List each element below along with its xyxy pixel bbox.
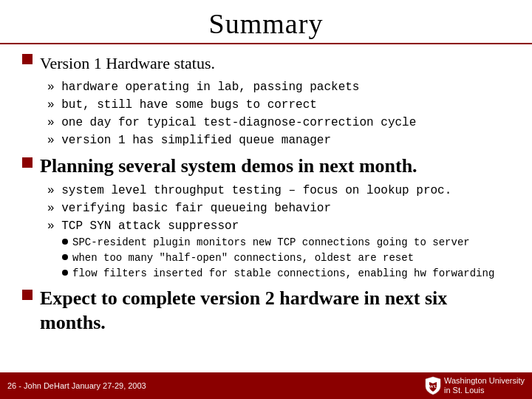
bullet-square-1 [22,54,33,64]
sub-bullet-2-2: verifying basic fair queueing behavior [47,200,510,217]
sub-sub-bullets-2: SPC-resident plugin monitors new TCP con… [62,235,510,282]
sub-bullet-1-3: one day for typical test-diagnose-correc… [47,114,510,132]
bullet-square-3 [22,290,33,300]
footer-left-text: 26 - John DeHart January 27-29, 2003 [7,381,146,390]
dot-icon-3 [62,270,68,276]
section-3: Expect to complete version 2 hardware in… [22,286,510,336]
main-bullet-3: Expect to complete version 2 hardware in… [22,286,510,336]
sub-bullet-1-1: hardware operating in lab, passing packe… [47,78,510,96]
sub-sub-bullet-2-3: flow filters inserted for stable connect… [62,266,510,282]
section-1: Version 1 Hardware status. hardware oper… [22,50,510,149]
bullet-square-2 [22,157,33,168]
sub-bullet-2-3: TCP SYN attack suppressor [47,217,510,235]
sub-bullets-2: system level throughput testing – focus … [47,182,510,282]
svg-text:WU: WU [429,383,437,389]
dot-icon-2 [62,254,68,260]
sub-bullet-1-4: version 1 has simplified queue manager [47,132,510,149]
wu-logo: WU Washington University in St. Louis [425,376,525,395]
title-area: Summary [0,0,532,44]
sub-bullets-1: hardware operating in lab, passing packe… [47,78,510,149]
slide: Summary Version 1 Hardware status. hardw… [0,0,532,399]
footer-right: WU Washington University in St. Louis [425,376,525,395]
main-bullet-text-3: Expect to complete version 2 hardware in… [40,286,510,336]
sub-bullet-1-2: but, still have some bugs to correct [47,96,510,114]
slide-title: Summary [30,7,502,40]
dot-icon-1 [62,239,68,245]
sub-sub-bullet-2-1: SPC-resident plugin monitors new TCP con… [62,235,510,250]
section-2: Planning several system demos in next mo… [22,154,510,282]
sub-sub-bullet-2-2: when too many "half-open" connections, o… [62,250,510,266]
main-bullet-1: Version 1 Hardware status. [22,50,510,75]
main-bullet-text-2: Planning several system demos in next mo… [40,154,417,179]
wu-text: Washington University in St. Louis [444,376,525,395]
footer: 26 - John DeHart January 27-29, 2003 WU … [0,372,532,399]
sub-bullet-2-1: system level throughput testing – focus … [47,182,510,200]
main-bullet-2: Planning several system demos in next mo… [22,154,510,179]
version-label: Version 1 Hardware status. [40,54,215,72]
main-bullet-text-1: Version 1 Hardware status. [40,50,215,75]
content-area: Version 1 Hardware status. hardware oper… [0,44,532,343]
wu-shield-icon: WU [425,376,441,395]
